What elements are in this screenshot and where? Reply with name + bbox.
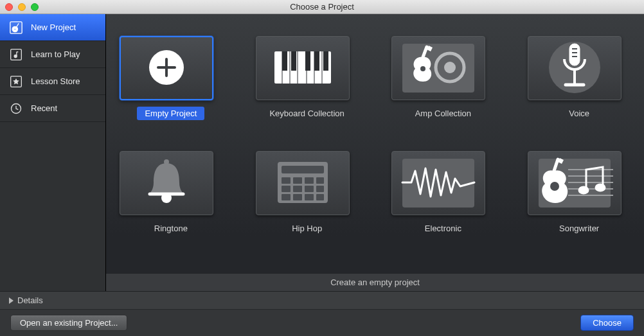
waveform-icon <box>400 163 477 204</box>
template-electronic[interactable]: Electronic <box>391 151 494 235</box>
template-songwriter[interactable]: Songwriter <box>528 151 631 235</box>
sidebar-item-label: Recent <box>31 103 57 113</box>
titlebar: Choose a Project <box>0 0 644 14</box>
bell-icon <box>141 157 192 210</box>
svg-rect-34 <box>282 177 291 184</box>
svg-rect-39 <box>293 186 302 192</box>
svg-rect-40 <box>305 186 314 192</box>
svg-point-30 <box>164 159 169 164</box>
disclosure-triangle-icon <box>9 297 13 304</box>
template-hip-hop[interactable]: Hip Hop <box>256 151 359 235</box>
svg-rect-10 <box>291 51 296 71</box>
svg-point-51 <box>579 187 588 193</box>
template-empty-project[interactable]: Empty Project <box>120 36 222 120</box>
svg-rect-41 <box>316 186 324 192</box>
svg-point-21 <box>444 62 456 73</box>
sidebar-item-recent[interactable]: Recent <box>0 95 105 122</box>
guitar-notes-icon <box>533 155 616 211</box>
svg-rect-35 <box>293 177 302 184</box>
template-label: Keyboard Collection <box>262 107 352 120</box>
svg-rect-43 <box>293 194 302 200</box>
svg-rect-33 <box>282 166 324 173</box>
svg-rect-13 <box>323 51 328 71</box>
window-title: Choose a Project <box>0 2 644 12</box>
sidebar: New Project Learn to Play Lesson Sto <box>0 14 106 291</box>
piano-keys-icon <box>271 46 335 91</box>
template-grid: Empty Project <box>118 36 632 235</box>
plus-circle-icon <box>148 49 185 88</box>
template-voice[interactable]: Voice <box>528 36 631 120</box>
sidebar-item-new-project[interactable]: New Project <box>0 14 105 41</box>
svg-rect-44 <box>305 194 314 200</box>
svg-rect-42 <box>282 194 291 200</box>
svg-point-53 <box>550 182 559 191</box>
details-disclosure[interactable]: Details <box>0 292 644 310</box>
template-ringtone[interactable]: Ringtone <box>120 151 222 235</box>
svg-rect-12 <box>314 51 319 71</box>
svg-rect-38 <box>282 186 291 192</box>
svg-rect-9 <box>282 51 287 71</box>
svg-point-2 <box>14 28 16 30</box>
template-description: Create an empty project <box>106 273 644 291</box>
template-amp-collection[interactable]: Amp Collection <box>391 36 494 120</box>
choose-button[interactable]: Choose <box>580 315 634 331</box>
template-label: Hip Hop <box>284 222 330 235</box>
template-label: Empty Project <box>137 107 204 120</box>
clock-icon <box>9 102 23 116</box>
sidebar-item-label: New Project <box>31 22 76 32</box>
svg-rect-36 <box>305 177 314 184</box>
template-keyboard-collection[interactable]: Keyboard Collection <box>256 36 359 120</box>
template-label: Electronic <box>417 222 469 235</box>
details-label: Details <box>17 296 43 305</box>
note-box-icon <box>9 48 23 62</box>
sidebar-item-learn-to-play[interactable]: Learn to Play <box>0 41 105 68</box>
svg-rect-11 <box>305 51 310 71</box>
template-label: Ringtone <box>147 222 195 235</box>
template-label: Amp Collection <box>407 107 479 120</box>
svg-rect-37 <box>316 177 324 184</box>
star-box-icon <box>9 75 23 89</box>
svg-point-22 <box>420 66 425 71</box>
guitar-icon <box>9 21 23 35</box>
svg-point-52 <box>596 184 605 191</box>
drum-machine-icon <box>275 159 330 208</box>
svg-rect-45 <box>316 194 324 200</box>
template-label: Songwriter <box>551 222 607 235</box>
svg-rect-24 <box>569 44 580 66</box>
sidebar-item-lesson-store[interactable]: Lesson Store <box>0 68 105 95</box>
svg-point-4 <box>14 55 17 57</box>
open-existing-project-button[interactable]: Open an existing Project... <box>10 315 127 331</box>
sidebar-item-label: Learn to Play <box>31 49 80 59</box>
guitar-amp-icon <box>400 42 477 95</box>
template-label: Voice <box>561 107 597 120</box>
sidebar-item-label: Lesson Store <box>31 76 80 86</box>
microphone-icon <box>557 41 593 96</box>
